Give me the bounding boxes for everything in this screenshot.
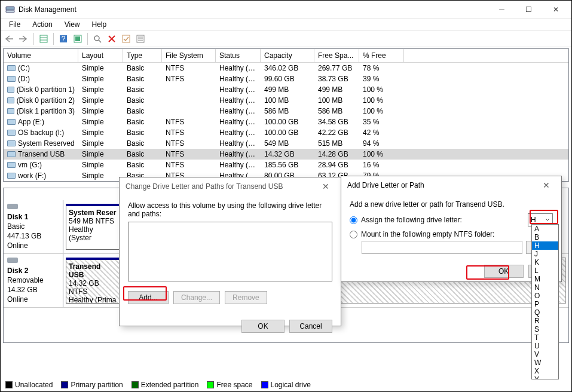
drive-letter-option[interactable]: J (532, 250, 558, 258)
svg-rect-0 (6, 7, 14, 10)
drive-letter-option[interactable]: A (532, 225, 558, 233)
disk-name: Disk 1 (7, 213, 59, 221)
col-header-capacity[interactable]: Capacity (261, 49, 314, 62)
drive-letter-option[interactable]: V (532, 350, 558, 359)
drive-letter-option[interactable]: H (532, 241, 558, 250)
paths-listbox[interactable] (128, 222, 332, 281)
view-grid-icon[interactable] (37, 32, 50, 45)
table-row[interactable]: (Disk 0 partition 1)SimpleBasicHealthy (… (4, 84, 568, 95)
disk-type: Removable (7, 276, 59, 284)
drive-letter-option[interactable]: Q (532, 308, 558, 317)
disk-status: Online (7, 295, 59, 304)
legend-primary: Primary partition (71, 381, 123, 389)
app-icon (5, 5, 15, 14)
dialog-title: Add Drive Letter or Path (347, 181, 537, 189)
partition-detail: 14.32 GB NTFS (69, 279, 117, 296)
delete-icon[interactable] (105, 32, 118, 45)
drive-icon (7, 119, 16, 125)
drive-letter-option[interactable]: N (532, 283, 558, 292)
menu-view[interactable]: View (60, 19, 85, 30)
table-row[interactable]: App (E:)SimpleBasicNTFSHealthy (B...100.… (4, 117, 568, 127)
search-icon[interactable] (91, 32, 104, 45)
drive-icon (7, 140, 16, 146)
close-icon[interactable]: ✕ (537, 180, 555, 190)
table-row[interactable]: (D:)SimpleBasicNTFSHealthy (B...99.60 GB… (4, 74, 568, 84)
mount-folder-radio[interactable] (350, 231, 357, 238)
drive-icon (7, 65, 16, 71)
drive-letter-option[interactable]: R (532, 317, 558, 325)
col-header-type[interactable]: Type (123, 49, 162, 62)
minimize-button[interactable]: ─ (488, 1, 515, 19)
drive-letter-option[interactable]: S (532, 325, 558, 333)
close-icon[interactable]: ✕ (317, 182, 335, 191)
maximize-button[interactable]: ☐ (515, 1, 542, 19)
drive-letter-options[interactable]: ABHJKLMNOPQRSTUVWXYZ (531, 224, 559, 379)
drive-icon (7, 151, 16, 157)
drive-letter-option[interactable]: U (532, 342, 558, 350)
ok-button[interactable]: OK (484, 265, 524, 278)
partition-detail: Healthy (Syster (69, 225, 117, 242)
drive-letter-option[interactable]: W (532, 359, 558, 367)
list-icon[interactable] (134, 32, 147, 45)
table-row[interactable]: OS backup (I:)SimpleBasicNTFSHealthy (L.… (4, 127, 568, 138)
svg-rect-2 (40, 35, 47, 42)
menu-help[interactable]: Help (87, 19, 112, 30)
add-drive-letter-dialog: Add Drive Letter or Path ✕ Add a new dri… (341, 176, 562, 282)
legend-freespace: Free space (216, 381, 252, 389)
drive-letter-option[interactable]: M (532, 275, 558, 283)
drive-letter-option[interactable]: Y (532, 375, 558, 379)
cancel-button[interactable]: Cancel (289, 320, 332, 333)
drive-letter-option[interactable]: T (532, 333, 558, 342)
add-button[interactable]: Add... (128, 291, 169, 304)
table-row[interactable]: vm (G:)SimpleBasicNTFSHealthy (B...185.5… (4, 160, 568, 170)
help-icon[interactable]: ? (57, 32, 70, 45)
dialog-text: Add a new drive letter or path for Trans… (350, 200, 553, 209)
table-row[interactable]: (C:)SimpleBasicNTFSHealthy (B...346.02 G… (4, 63, 568, 74)
menu-action[interactable]: Action (27, 19, 57, 30)
col-header-filesystem[interactable]: File System (162, 49, 216, 62)
table-row[interactable]: System ReservedSimpleBasicNTFSHealthy (S… (4, 138, 568, 149)
disk-type: Basic (7, 222, 59, 231)
drive-icon (7, 162, 16, 168)
settings-icon[interactable] (71, 32, 84, 45)
table-row[interactable]: (Disk 1 partition 3)SimpleBasicHealthy (… (4, 106, 568, 117)
change-button[interactable]: Change... (173, 291, 220, 304)
partition-name: System Reser (69, 209, 117, 217)
drive-letter-option[interactable]: O (532, 292, 558, 300)
drive-letter-option[interactable]: L (532, 267, 558, 275)
assign-letter-radio[interactable] (350, 216, 357, 224)
drive-letter-option[interactable]: X (532, 367, 558, 375)
menu-file[interactable]: File (4, 19, 25, 30)
remove-button[interactable]: Remove (225, 291, 267, 304)
table-row[interactable]: (Disk 0 partition 2)SimpleBasicHealthy (… (4, 95, 568, 106)
col-header-freespace[interactable]: Free Spa... (314, 49, 359, 62)
partition-detail: 549 MB NTFS (69, 217, 117, 225)
disk-icon (7, 258, 18, 263)
col-header-volume[interactable]: Volume (4, 49, 78, 62)
disk-info: Disk 2 Removable 14.32 GB Online (4, 254, 63, 307)
col-header-pctfree[interactable]: % Free (359, 49, 404, 62)
dialog-text: Allow access to this volume by using the… (128, 201, 332, 218)
ok-button[interactable]: OK (241, 320, 285, 333)
drive-letter-option[interactable]: P (532, 300, 558, 308)
disk-size: 14.32 GB (7, 286, 59, 294)
drive-letter-option[interactable]: K (532, 258, 558, 267)
forward-button[interactable] (17, 32, 30, 45)
back-button[interactable] (3, 32, 16, 45)
drive-icon (7, 130, 16, 136)
assign-letter-label: Assign the following drive letter: (361, 216, 528, 224)
table-row[interactable]: Transend USBSimpleBasicNTFSHealthy (P...… (4, 149, 568, 160)
col-header-layout[interactable]: Layout (78, 49, 123, 62)
partition-selected[interactable]: Transend USB 14.32 GB NTFS Healthy (Prim… (66, 258, 120, 304)
toolbar: ? (1, 30, 571, 47)
drive-icon (7, 76, 16, 82)
column-headers: Volume Layout Type File System Status Ca… (4, 49, 568, 63)
close-button[interactable]: ✕ (542, 1, 569, 19)
col-header-status[interactable]: Status (216, 49, 261, 62)
check-icon[interactable] (120, 32, 133, 45)
folder-path-input[interactable] (362, 241, 522, 254)
disk-size: 447.13 GB (7, 232, 59, 240)
drive-letter-option[interactable]: B (532, 233, 558, 241)
partition[interactable]: System Reser 549 MB NTFS Healthy (Syster (66, 204, 120, 250)
partition-detail: Healthy (Prima (69, 296, 117, 304)
